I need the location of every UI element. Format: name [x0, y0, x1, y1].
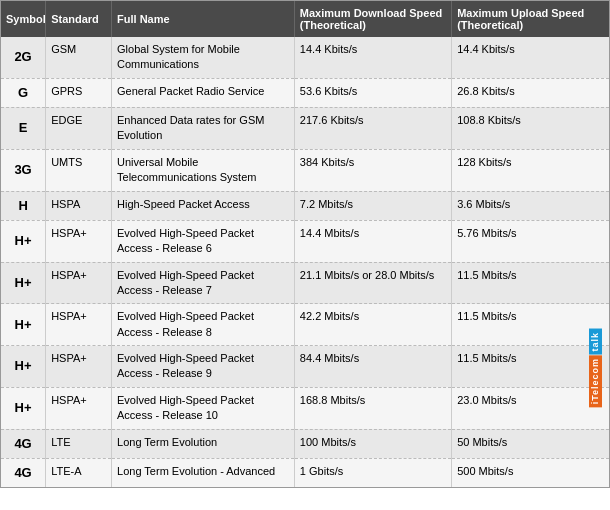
cell-symbol: E: [1, 107, 46, 149]
cell-standard: HSPA+: [46, 220, 112, 262]
table-row: H+HSPA+Evolved High-Speed Packet Access …: [1, 220, 609, 262]
cell-download: 1 Gbits/s: [294, 458, 451, 487]
col-header-standard: Standard: [46, 1, 112, 37]
cell-fullname: Universal Mobile Telecommunications Syst…: [112, 149, 295, 191]
cell-fullname: Evolved High-Speed Packet Access - Relea…: [112, 220, 295, 262]
cell-symbol: H+: [1, 220, 46, 262]
col-header-symbol: Symbol: [1, 1, 46, 37]
cell-download: 14.4 Mbits/s: [294, 220, 451, 262]
cell-download: 84.4 Mbits/s: [294, 346, 451, 388]
cell-standard: GPRS: [46, 78, 112, 107]
cell-fullname: Evolved High-Speed Packet Access - Relea…: [112, 262, 295, 304]
col-header-upload: Maximum Upload Speed (Theoretical): [452, 1, 609, 37]
cell-upload: 26.8 Kbits/s: [452, 78, 609, 107]
cell-symbol: 4G: [1, 458, 46, 487]
cell-standard: HSPA: [46, 191, 112, 220]
cell-upload: 11.5 Mbits/s: [452, 304, 609, 346]
cell-standard: HSPA+: [46, 304, 112, 346]
cell-symbol: H+: [1, 262, 46, 304]
table-row: EEDGEEnhanced Data rates for GSM Evoluti…: [1, 107, 609, 149]
cell-upload: 128 Kbits/s: [452, 149, 609, 191]
cell-fullname: Evolved High-Speed Packet Access - Relea…: [112, 304, 295, 346]
cell-fullname: High-Speed Packet Access: [112, 191, 295, 220]
cell-fullname: General Packet Radio Service: [112, 78, 295, 107]
cell-download: 100 Mbits/s: [294, 429, 451, 458]
table-row: H+HSPA+Evolved High-Speed Packet Access …: [1, 262, 609, 304]
cell-symbol: H+: [1, 346, 46, 388]
cell-download: 168.8 Mbits/s: [294, 387, 451, 429]
cell-symbol: 3G: [1, 149, 46, 191]
cell-upload: 11.5 Mbits/s: [452, 346, 609, 388]
cell-fullname: Long Term Evolution: [112, 429, 295, 458]
cell-fullname: Enhanced Data rates for GSM Evolution: [112, 107, 295, 149]
cell-upload: 50 Mbits/s: [452, 429, 609, 458]
cell-standard: LTE: [46, 429, 112, 458]
cell-symbol: H: [1, 191, 46, 220]
cell-upload: 14.4 Kbits/s: [452, 37, 609, 78]
cell-download: 14.4 Kbits/s: [294, 37, 451, 78]
cell-standard: HSPA+: [46, 262, 112, 304]
cell-standard: HSPA+: [46, 387, 112, 429]
cell-upload: 23.0 Mbits/s: [452, 387, 609, 429]
table-row: GGPRSGeneral Packet Radio Service53.6 Kb…: [1, 78, 609, 107]
table-row: HHSPAHigh-Speed Packet Access7.2 Mbits/s…: [1, 191, 609, 220]
table-row: 4GLTE-ALong Term Evolution - Advanced1 G…: [1, 458, 609, 487]
cell-symbol: G: [1, 78, 46, 107]
cell-symbol: H+: [1, 387, 46, 429]
cell-upload: 108.8 Kbits/s: [452, 107, 609, 149]
cell-standard: UMTS: [46, 149, 112, 191]
cell-download: 42.2 Mbits/s: [294, 304, 451, 346]
cell-fullname: Evolved High-Speed Packet Access - Relea…: [112, 387, 295, 429]
cell-download: 21.1 Mbits/s or 28.0 Mbits/s: [294, 262, 451, 304]
table-row: 2GGSMGlobal System for Mobile Communicat…: [1, 37, 609, 78]
cell-fullname: Long Term Evolution - Advanced: [112, 458, 295, 487]
cell-standard: GSM: [46, 37, 112, 78]
cell-symbol: 4G: [1, 429, 46, 458]
cell-symbol: H+: [1, 304, 46, 346]
data-table: SymbolStandardFull NameMaximum Download …: [1, 1, 609, 487]
col-header-fullname: Full Name: [112, 1, 295, 37]
cell-upload: 500 Mbits/s: [452, 458, 609, 487]
cell-fullname: Evolved High-Speed Packet Access - Relea…: [112, 346, 295, 388]
cell-standard: HSPA+: [46, 346, 112, 388]
col-header-download: Maximum Download Speed (Theoretical): [294, 1, 451, 37]
cell-download: 7.2 Mbits/s: [294, 191, 451, 220]
cell-standard: LTE-A: [46, 458, 112, 487]
table-row: H+HSPA+Evolved High-Speed Packet Access …: [1, 304, 609, 346]
cell-download: 384 Kbits/s: [294, 149, 451, 191]
cell-upload: 11.5 Mbits/s: [452, 262, 609, 304]
table-row: 3GUMTSUniversal Mobile Telecommunication…: [1, 149, 609, 191]
cell-download: 217.6 Kbits/s: [294, 107, 451, 149]
cell-upload: 5.76 Mbits/s: [452, 220, 609, 262]
main-table-wrapper: SymbolStandardFull NameMaximum Download …: [0, 0, 610, 488]
table-row: H+HSPA+Evolved High-Speed Packet Access …: [1, 346, 609, 388]
cell-upload: 3.6 Mbits/s: [452, 191, 609, 220]
cell-download: 53.6 Kbits/s: [294, 78, 451, 107]
cell-symbol: 2G: [1, 37, 46, 78]
cell-standard: EDGE: [46, 107, 112, 149]
cell-fullname: Global System for Mobile Communications: [112, 37, 295, 78]
table-row: H+HSPA+Evolved High-Speed Packet Access …: [1, 387, 609, 429]
table-row: 4GLTELong Term Evolution100 Mbits/s50 Mb…: [1, 429, 609, 458]
